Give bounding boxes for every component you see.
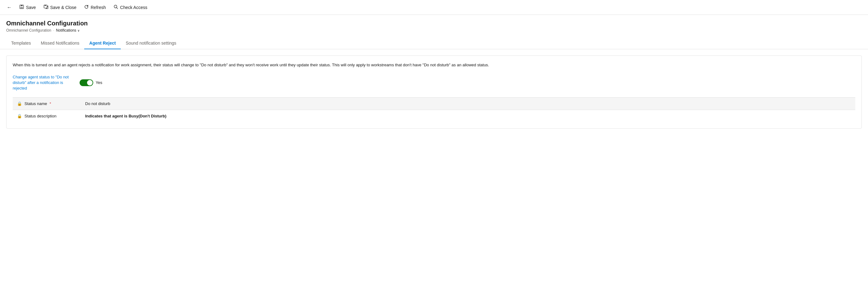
- save-icon: [19, 4, 24, 10]
- check-access-icon: [113, 4, 118, 10]
- chevron-down-icon: ∨: [78, 29, 80, 32]
- check-access-label: Check Access: [120, 5, 147, 10]
- tabs-container: Templates Missed Notifications Agent Rej…: [0, 37, 868, 49]
- required-star: *: [50, 101, 51, 106]
- save-close-icon: [43, 4, 48, 10]
- status-name-value: Do not disturb: [85, 101, 110, 106]
- save-label: Save: [26, 5, 36, 10]
- toggle-row: Change agent status to "Do not disturb" …: [13, 74, 855, 91]
- refresh-icon: [84, 4, 89, 10]
- table-row: 🔒 Status description Indicates that agen…: [13, 110, 855, 122]
- svg-line-6: [117, 7, 118, 9]
- svg-rect-1: [21, 5, 23, 6]
- check-access-button[interactable]: Check Access: [110, 2, 151, 12]
- status-description-value: Indicates that agent is Busy(Don't Distu…: [85, 114, 166, 118]
- info-text: When this is turned on and an agent reje…: [13, 62, 855, 68]
- toggle-switch[interactable]: [80, 79, 93, 86]
- tab-agent-reject[interactable]: Agent Reject: [84, 37, 121, 49]
- svg-rect-4: [44, 5, 46, 6]
- breadcrumb-separator: ·: [53, 28, 54, 33]
- lock-icon: 🔒: [17, 114, 22, 118]
- save-close-label: Save & Close: [50, 5, 76, 10]
- tab-sound-notification-settings[interactable]: Sound notification settings: [121, 37, 181, 49]
- back-icon: ←: [7, 5, 12, 10]
- status-description-label-cell: 🔒 Status description: [13, 110, 81, 122]
- status-name-label-cell: 🔒 Status name *: [13, 98, 81, 110]
- refresh-label: Refresh: [91, 5, 106, 10]
- save-button[interactable]: Save: [16, 2, 39, 12]
- breadcrumb-current[interactable]: Notifications ∨: [56, 28, 80, 33]
- back-button[interactable]: ←: [4, 3, 15, 12]
- save-close-button[interactable]: Save & Close: [40, 2, 80, 12]
- toggle-track: [80, 79, 93, 86]
- lock-icon: 🔒: [17, 101, 22, 106]
- toggle-yes-label: Yes: [96, 80, 102, 85]
- main-content: When this is turned on and an agent reje…: [0, 49, 868, 135]
- status-description-value-cell: Indicates that agent is Busy(Don't Distu…: [81, 110, 855, 122]
- info-box: When this is turned on and an agent reje…: [6, 56, 862, 128]
- toggle-wrapper: Yes: [80, 79, 102, 86]
- tab-templates[interactable]: Templates: [6, 37, 36, 49]
- breadcrumb: Omnichannel Configuration · Notification…: [6, 28, 862, 33]
- tab-missed-notifications[interactable]: Missed Notifications: [36, 37, 85, 49]
- breadcrumb-parent: Omnichannel Configuration: [6, 28, 51, 33]
- page-title: Omnichannel Configuration: [6, 20, 862, 27]
- toggle-label: Change agent status to "Do not disturb" …: [13, 74, 74, 91]
- page-header: Omnichannel Configuration Omnichannel Co…: [0, 15, 868, 33]
- status-description-label: Status description: [25, 114, 56, 118]
- status-name-value-cell: Do not disturb: [81, 98, 855, 110]
- status-name-label: Status name: [25, 101, 47, 106]
- refresh-button[interactable]: Refresh: [81, 2, 109, 12]
- status-table: 🔒 Status name * Do not disturb 🔒 Status …: [13, 98, 855, 122]
- svg-rect-2: [21, 7, 23, 8]
- table-row: 🔒 Status name * Do not disturb: [13, 98, 855, 110]
- toolbar: ← Save Save & Close Refresh: [0, 0, 868, 15]
- toggle-thumb: [87, 80, 93, 86]
